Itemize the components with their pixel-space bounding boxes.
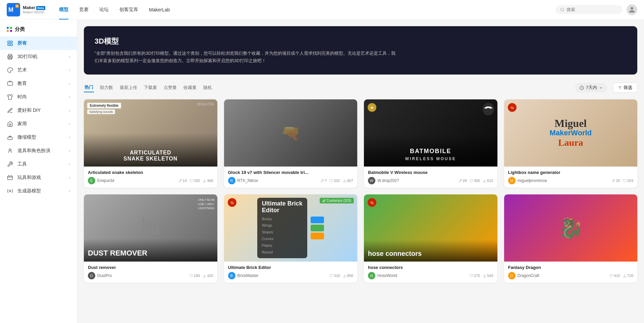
model-card-glock[interactable]: 🔫 Glock 19 v7 with Silencer movable tri.… <box>224 99 358 188</box>
sidebar-item-fashion[interactable]: 时尚 › <box>0 90 77 104</box>
sidebar-item-home[interactable]: 家用 › <box>0 117 77 131</box>
card-title-batman: Batmobile V Wireless mouse <box>368 170 493 175</box>
sidebar-item-props[interactable]: 道具和角色扮演 › <box>0 144 77 157</box>
filter-time-selector[interactable]: 7天内 <box>575 83 607 92</box>
sidebar-item-printer[interactable]: 3D打印机 › <box>0 50 77 63</box>
card-image-dragon: 🐉 <box>504 194 638 262</box>
batman-icon <box>483 103 494 116</box>
svg-text:★: ★ <box>370 105 374 110</box>
banner-title: 3D模型 <box>95 36 627 46</box>
hose-overlay-text: hose connectors <box>364 240 497 262</box>
page-layout: 分类 所有 3D打印机 › 艺术 › 教育 <box>0 19 644 289</box>
dot-4 <box>10 30 12 32</box>
dust-overlay-text: Dust remover <box>84 239 217 262</box>
card-body-brick: Ultimate Brick Editor B BrickMaster 310 … <box>224 262 358 283</box>
nav-creator[interactable]: 创客宝库 <box>114 0 144 19</box>
model-card-dust[interactable]: ONLY $4.99USB / UBS+LIGHTNING Dust remov… <box>84 194 217 283</box>
all-icon <box>7 40 13 47</box>
sidebar-label-props: 道具和角色扮演 <box>17 148 65 154</box>
svg-text:M: M <box>8 6 13 13</box>
logo-title: MakerBeta <box>23 5 45 10</box>
make-icon <box>178 179 182 183</box>
stat-likes-batman: 365 <box>470 179 480 183</box>
model-card-batman[interactable]: ★ BATMOBILEWIRELESS MOUSE Batmobile V Wi… <box>364 99 497 188</box>
sidebar-item-toys[interactable]: 玩具和游戏 › <box>0 171 77 184</box>
make-icon-3 <box>459 179 462 183</box>
card-title-brick: Ultimate Brick Editor <box>228 265 354 270</box>
search-input[interactable] <box>567 7 618 12</box>
like-icon-3 <box>470 179 473 183</box>
filter-tab-random[interactable]: 随机 <box>203 83 213 92</box>
svg-point-16 <box>9 190 11 192</box>
stat-likes-lightbox: 203 <box>623 179 633 183</box>
sidebar-item-diy[interactable]: 爱好和 DIY › <box>0 104 77 117</box>
nav-makerlab[interactable]: MakerLab <box>144 0 175 19</box>
snake-code: BCom734 <box>198 102 214 106</box>
card-meta-lightbox: M migueljeronimoa 20 203 <box>508 177 634 184</box>
filter-tab-favorites[interactable]: 收藏量 <box>183 83 197 92</box>
card-body-glock: Glock 19 v7 with Silencer movable tri...… <box>224 167 358 188</box>
user-avatar[interactable] <box>627 4 637 15</box>
sidebar-label-all: 所有 <box>17 40 70 46</box>
like-icon-4 <box>623 179 627 183</box>
card-title-glock: Glock 19 v7 with Silencer movable tri... <box>228 170 354 175</box>
sidebar-label-miniature: 微缩模型 <box>17 134 65 140</box>
stat-makes-glock: 7 <box>320 179 327 183</box>
nav-contest[interactable]: 竞赛 <box>74 0 94 19</box>
card-author-dust: DustPro <box>97 273 187 278</box>
filter-tab-likes[interactable]: 点赞量 <box>163 83 177 92</box>
model-card-hose[interactable]: % hose connectors hose connectors H Hose… <box>364 194 497 283</box>
sidebar-label-diy: 爱好和 DIY <box>17 107 65 113</box>
sidebar-item-art[interactable]: 艺术 › <box>0 63 77 77</box>
logo-area[interactable]: M W MakerBeta Maker World <box>7 3 50 16</box>
like-icon-6 <box>329 274 333 278</box>
card-image-snake: Extremely flexible Satisfying sounds BCo… <box>84 99 217 167</box>
model-card-snake[interactable]: Extremely flexible Satisfying sounds BCo… <box>84 99 217 188</box>
filter-tab-downloads[interactable]: 下载量 <box>143 83 158 92</box>
nav-forum[interactable]: 论坛 <box>94 0 114 19</box>
filter-button[interactable]: 筛选 <box>613 83 637 93</box>
chevron-home: › <box>69 122 70 126</box>
download-icon-3 <box>483 179 486 183</box>
svg-rect-12 <box>8 82 13 86</box>
filter-tab-newest[interactable]: 最新上传 <box>119 83 138 92</box>
download-icon-2 <box>343 179 346 183</box>
card-stats-snake: 14 250 468 <box>178 179 213 183</box>
like-icon-2 <box>329 179 333 183</box>
card-image-brick: % Ultimate BrickEditor BricksWingsSlopes… <box>224 194 358 262</box>
sidebar-item-education[interactable]: 教育 › <box>0 77 77 90</box>
card-image-hose: % hose connectors <box>364 194 497 262</box>
card-stats-dragon: 410 720 <box>609 274 633 278</box>
sidebar-item-miniature[interactable]: 微缩模型 › <box>0 131 77 144</box>
main-content: 3D模型 "全部"类别包含我们所有的3D打印模型。通过这个类别，您可以轻松浏览我… <box>77 19 644 289</box>
sidebar-title: 分类 <box>0 26 77 37</box>
stat-likes-hose: 275 <box>470 274 480 278</box>
search-box[interactable] <box>555 5 623 14</box>
stat-dl-dust: 420 <box>203 274 213 278</box>
chevron-art: › <box>69 68 70 73</box>
sidebar-label-generator: 生成器模型 <box>17 188 65 194</box>
card-stats-hose: 275 540 <box>470 274 493 278</box>
make-icon-4 <box>611 179 615 183</box>
model-card-dragon[interactable]: 🐉 Fantasy Dragon D DragonCraft 410 <box>504 194 638 283</box>
logo-subtitle: Maker World <box>23 10 45 14</box>
download-icon-7 <box>483 274 486 278</box>
model-card-lightbox[interactable]: % Miguel MakerWorld Laura Lightbox name … <box>504 99 638 188</box>
sidebar-item-all[interactable]: 所有 <box>0 37 77 50</box>
nav-models[interactable]: 模型 <box>54 0 74 19</box>
filter-tab-hot[interactable]: 热门 <box>84 83 94 92</box>
card-stats-dust: 180 420 <box>190 274 213 278</box>
sidebar-item-tools[interactable]: 工具 › <box>0 157 77 171</box>
logo-text-area: MakerBeta Maker World <box>23 5 45 14</box>
search-icon <box>560 7 565 12</box>
model-card-brick[interactable]: % Ultimate BrickEditor BricksWingsSlopes… <box>224 194 358 283</box>
card-body-batman: Batmobile V Wireless mouse W W.drop2027 … <box>364 167 497 188</box>
svg-rect-7 <box>8 44 9 46</box>
card-meta-brick: B BrickMaster 310 890 <box>228 272 354 279</box>
sidebar-item-generator[interactable]: 生成器模型 › <box>0 184 77 198</box>
card-body-hose: hose connectors H HoseWorld 275 540 <box>364 262 497 283</box>
card-body-dragon: Fantasy Dragon D DragonCraft 410 720 <box>504 262 638 283</box>
like-icon-7 <box>470 274 473 278</box>
filter-tab-helpful[interactable]: 助力数 <box>99 83 114 92</box>
download-icon-8 <box>623 274 627 278</box>
